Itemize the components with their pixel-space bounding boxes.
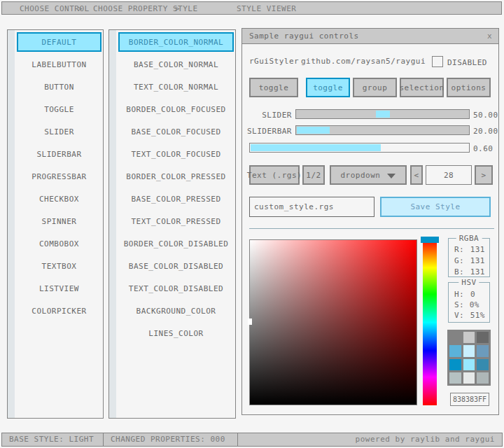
control-item-textbox[interactable]: TEXTBOX [17, 256, 102, 276]
window-titlebar[interactable]: Sample raygui controls x [242, 29, 498, 44]
palette-swatch-8 [477, 359, 489, 370]
style-filename-input[interactable]: custom_style.rgs [249, 197, 374, 217]
r-value: 131 [470, 245, 485, 254]
h-label: H: [454, 290, 464, 299]
palette-swatch-1 [463, 332, 475, 343]
rgba-title: RGBA [456, 234, 482, 243]
control-item-colorpicker[interactable]: COLORPICKER [17, 301, 102, 321]
control-item-listview[interactable]: LISTVIEW [17, 279, 102, 298]
step-choose-property-style: CHOOSE PROPERTY STYLE [93, 4, 198, 13]
sample-controls-window: Sample raygui controls x rGuiStyler gith… [241, 28, 499, 415]
control-item-sliderbar[interactable]: SLIDERBAR [17, 144, 102, 164]
half-button[interactable]: 1/2 [302, 165, 325, 185]
breadcrumb-bar: CHOOSE CONTROL > CHOOSE PROPERTY STYLE >… [1, 1, 502, 15]
palette-swatch-11 [477, 372, 489, 384]
slider-value: 50.00 [473, 111, 498, 120]
controls-scrollbar[interactable] [8, 30, 15, 418]
toggle-group-item-toggle[interactable]: toggle [306, 78, 350, 97]
control-item-spinner[interactable]: SPINNER [17, 211, 102, 231]
property-item-text_color_normal[interactable]: TEXT_COLOR_NORMAL [118, 77, 234, 97]
close-icon[interactable]: x [487, 29, 492, 43]
hsv-groupbox: HSV H: 0 S: 0% V: 51% [448, 282, 490, 323]
text-rgs-button[interactable]: Text (.rgs) [249, 165, 300, 185]
controls-list: DEFAULTLABELBUTTONBUTTONTOGGLESLIDERSLID… [17, 32, 102, 321]
properties-scrollbar[interactable] [109, 30, 116, 418]
v-label: V: [454, 311, 464, 320]
status-base-style: BASE STYLE: LIGHT [1, 433, 104, 447]
toggle-group-item-options[interactable]: options [447, 78, 491, 97]
property-item-background_color[interactable]: BACKGROUND_COLOR [118, 301, 234, 321]
hue-slider[interactable] [423, 239, 437, 405]
spinner-value[interactable]: 28 [426, 165, 472, 185]
sliderbar-label: SLIDERBAR [242, 127, 292, 136]
control-item-slider[interactable]: SLIDER [17, 122, 102, 141]
property-item-base_color_normal[interactable]: BASE_COLOR_NORMAL [118, 55, 234, 74]
control-item-checkbox[interactable]: CHECKBOX [17, 189, 102, 209]
palette-swatch-10 [463, 372, 475, 384]
toggle-group-item-selection[interactable]: selection [400, 78, 444, 97]
hex-color-input[interactable]: 838383FF [450, 393, 489, 406]
property-item-base_color_pressed[interactable]: BASE_COLOR_PRESSED [118, 189, 234, 209]
control-item-labelbutton[interactable]: LABELBUTTON [17, 55, 102, 74]
palette-swatch-4 [463, 345, 475, 356]
palette-swatch-0 [449, 332, 461, 343]
slider-label: SLIDER [242, 111, 292, 120]
progressbar [249, 143, 470, 153]
slider-track[interactable] [295, 109, 470, 119]
h-value: 0 [470, 290, 475, 299]
chevron-right-icon: > [175, 4, 180, 13]
property-item-base_color_focused[interactable]: BASE_COLOR_FOCUSED [118, 122, 234, 141]
property-item-text_color_focused[interactable]: TEXT_COLOR_FOCUSED [118, 144, 234, 164]
spinner-decrease-button[interactable]: < [410, 165, 423, 185]
disabled-checkbox[interactable] [432, 56, 443, 67]
control-item-combobox[interactable]: COMBOBOX [17, 234, 102, 253]
spinner-increase-button[interactable]: > [475, 165, 493, 185]
properties-list: BORDER_COLOR_NORMALBASE_COLOR_NORMALTEXT… [118, 32, 234, 343]
slider-knob[interactable] [376, 111, 390, 118]
divider-line [249, 228, 494, 229]
control-item-progressbar[interactable]: PROGRESSBAR [17, 167, 102, 186]
toggle-group-item-group[interactable]: group [353, 78, 397, 97]
control-item-toggle[interactable]: TOGGLE [17, 99, 102, 119]
control-item-default[interactable]: DEFAULT [17, 32, 102, 52]
property-item-border_color_normal[interactable]: BORDER_COLOR_NORMAL [118, 32, 234, 52]
status-changed-properties: CHANGED PROPERTIES: 000 [103, 433, 238, 447]
property-item-text_color_pressed[interactable]: TEXT_COLOR_PRESSED [118, 211, 234, 231]
b-label: B: [454, 267, 464, 276]
github-link[interactable]: github.com/raysan5/raygui [301, 57, 426, 66]
s-label: S: [454, 300, 464, 309]
toggle-button[interactable]: toggle [249, 78, 298, 97]
control-item-button[interactable]: BUTTON [17, 77, 102, 97]
g-label: G: [454, 256, 464, 265]
properties-list-panel: BORDER_COLOR_NORMALBASE_COLOR_NORMALTEXT… [108, 29, 236, 419]
sliderbar-track[interactable] [295, 125, 470, 135]
step-style-viewer: STYLE VIEWER [237, 4, 296, 13]
property-item-border_color_focused[interactable]: BORDER_COLOR_FOCUSED [118, 99, 234, 119]
dropdown[interactable]: dropdown [330, 165, 407, 185]
sliderbar-value: 20.00 [473, 127, 498, 136]
property-item-border_color_pressed[interactable]: BORDER_COLOR_PRESSED [118, 167, 234, 186]
palette-swatch-9 [449, 372, 461, 384]
progressbar-fill [251, 144, 381, 151]
progressbar-value: 0.60 [473, 144, 493, 153]
v-value: 51% [470, 311, 485, 320]
property-item-base_color_disabled[interactable]: BASE_COLOR_DISABLED [118, 256, 234, 276]
property-item-border_color_disabled[interactable]: BORDER_COLOR_DISABLED [118, 234, 234, 253]
palette-swatch-3 [449, 345, 461, 356]
controls-list-panel: DEFAULTLABELBUTTONBUTTONTOGGLESLIDERSLID… [7, 29, 104, 419]
chevron-down-icon [387, 174, 396, 178]
rgba-groupbox: RGBA R: 131 G: 131 B: 131 [448, 238, 490, 277]
color-picker-cursor[interactable] [248, 318, 252, 325]
property-item-text_color_disabled[interactable]: TEXT_COLOR_DISABLED [118, 279, 234, 298]
g-value: 131 [470, 256, 485, 265]
status-powered-by: powered by raylib and raygui [237, 433, 503, 447]
property-item-lines_color[interactable]: LINES_COLOR [118, 323, 234, 343]
palette-swatch-2 [477, 332, 489, 343]
palette-swatch-6 [449, 359, 461, 370]
dropdown-label: dropdown [341, 171, 381, 180]
color-saturation-value-picker[interactable] [249, 239, 417, 405]
palette-swatch-7 [463, 359, 475, 370]
chevron-right-icon: > [78, 4, 83, 13]
save-style-button[interactable]: Save Style [380, 197, 491, 217]
hue-slider-cursor[interactable] [421, 237, 439, 243]
